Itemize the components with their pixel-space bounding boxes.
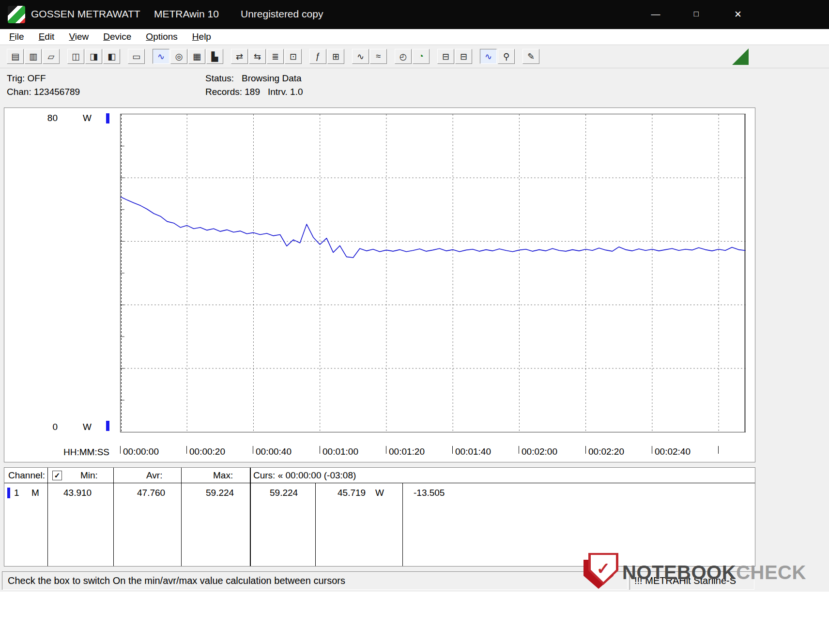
- plot-region[interactable]: [120, 114, 746, 432]
- menu-edit[interactable]: Edit: [31, 29, 62, 45]
- menu-view[interactable]: View: [61, 29, 96, 45]
- print-button[interactable]: ⊟: [437, 49, 454, 64]
- row-cursor2-value: 45.719: [338, 488, 366, 498]
- records-count: Records: 189: [205, 87, 260, 97]
- record-clock-button[interactable]: ◴: [395, 49, 412, 64]
- x-tick-label: 00:02:00: [522, 446, 557, 457]
- zoom-curve-button[interactable]: ∿: [480, 49, 497, 64]
- trigger-status: Trig: OFF: [7, 73, 46, 84]
- notebookcheck-watermark: ✓ NOTEBOOKCHECK: [583, 547, 758, 592]
- menu-device[interactable]: Device: [96, 29, 138, 45]
- x-tick-label: 00:02:20: [588, 446, 624, 457]
- numeric-display-button[interactable]: ▭: [128, 49, 145, 64]
- y-axis-max-label: 80: [38, 113, 58, 123]
- green-corner-triangle-icon: [732, 48, 749, 65]
- status-value: Browsing Data: [242, 73, 302, 84]
- statusbar-hint-panel: Check the box to switch On the min/avr/m…: [2, 571, 628, 590]
- channel-cursor-marker-bottom[interactable]: [106, 421, 109, 431]
- x-tick-mark: [452, 446, 453, 454]
- export-device-icon: ◨: [90, 51, 98, 62]
- table-view-button[interactable]: ▦: [188, 49, 205, 64]
- device-receive-button[interactable]: ⇆: [249, 49, 266, 64]
- x-tick-mark: [253, 446, 253, 454]
- title-license-note: Unregistered copy: [241, 8, 323, 20]
- export-report-icon: ◫: [72, 51, 80, 62]
- y-axis-unit-bottom: W: [83, 422, 92, 432]
- function-button[interactable]: ƒ: [309, 49, 326, 64]
- status-label: Status:: [205, 73, 234, 84]
- app-logo-icon: [8, 6, 25, 23]
- curve-view-icon: ∿: [157, 51, 165, 62]
- header-avr: Avr:: [146, 470, 162, 481]
- export-report-button[interactable]: ◫: [67, 49, 84, 64]
- minimize-button[interactable]: —: [646, 6, 665, 22]
- save-all-icon: ▥: [29, 51, 37, 62]
- toolbar: ▤▥▱◫◨◧▭∿◎▦▙⇄⇆≣⊡ƒ⊞∿≈◴◔⊟⊟∿⚲✎: [0, 45, 829, 68]
- menu-help[interactable]: Help: [185, 29, 218, 45]
- x-tick-label: 00:01:40: [455, 446, 491, 457]
- bar-graph-view-button[interactable]: ▙: [206, 49, 223, 64]
- scope-view-button[interactable]: ◎: [170, 49, 187, 64]
- menu-options[interactable]: Options: [138, 29, 184, 45]
- toolbar-separator: [388, 49, 395, 64]
- device-send-button[interactable]: ⇄: [231, 49, 248, 64]
- curve-view-button[interactable]: ∿: [153, 49, 169, 64]
- column-divider: [47, 468, 48, 566]
- close-icon: ✕: [734, 9, 742, 20]
- export-block-button[interactable]: ◧: [103, 49, 120, 64]
- save-file-button[interactable]: ▤: [7, 49, 24, 64]
- x-tick-mark: [519, 446, 519, 454]
- x-tick-mark: [585, 446, 586, 454]
- x-tick-label: 00:00:40: [256, 446, 292, 457]
- device-receive-icon: ⇆: [254, 51, 261, 62]
- timer-start-button[interactable]: ◔: [413, 49, 430, 64]
- menu-file[interactable]: File: [2, 29, 31, 45]
- export-device-button[interactable]: ◨: [85, 49, 102, 64]
- column-divider: [113, 468, 114, 566]
- toolbar-separator: [121, 49, 128, 64]
- row-cursor1-value: 59.224: [270, 488, 298, 498]
- open-file-icon: ▱: [48, 51, 55, 62]
- zoom-lens-button[interactable]: ⚲: [498, 49, 515, 64]
- checkmark-icon: ✓: [54, 471, 61, 480]
- waveform-b-button[interactable]: ≈: [370, 49, 387, 64]
- memory-read-button[interactable]: ≣: [267, 49, 284, 64]
- zoom-lens-icon: ⚲: [503, 51, 509, 62]
- save-all-button[interactable]: ▥: [25, 49, 42, 64]
- row-cursor2-unit: W: [375, 488, 384, 498]
- header-max: Max:: [213, 470, 233, 481]
- statusbar-hint-text: Check the box to switch On the min/avr/m…: [8, 575, 345, 586]
- waveform-a-button[interactable]: ∿: [352, 49, 369, 64]
- x-tick-label: 00:00:20: [189, 446, 225, 457]
- channel-cursor-marker-top[interactable]: [106, 113, 109, 123]
- minimize-icon: —: [651, 9, 660, 19]
- online-monitor-icon: ⊡: [290, 51, 297, 62]
- waveform-a-icon: ∿: [357, 51, 364, 62]
- row-channel-number: 1: [14, 488, 19, 498]
- minmax-checkbox[interactable]: ✓: [52, 471, 62, 480]
- bar-graph-view-icon: ▙: [212, 51, 218, 62]
- power-trace-line: [121, 197, 745, 258]
- row-avr-value: 47.760: [137, 488, 165, 498]
- title-brand: GOSSEN METRAWATT: [31, 8, 140, 20]
- row-delta-value: -13.505: [414, 488, 445, 498]
- x-tick-label: 00:02:40: [655, 446, 691, 457]
- open-file-button[interactable]: ▱: [43, 49, 60, 64]
- chart-area: 80 W 0 W HH:MM:SS 00:00:0000:00:2000:00:…: [4, 107, 755, 462]
- scope-view-icon: ◎: [175, 51, 183, 62]
- annotation-icon: ✎: [527, 51, 535, 62]
- calc-display-button[interactable]: ⊞: [327, 49, 344, 64]
- x-tick-mark: [320, 446, 320, 454]
- table-view-icon: ▦: [193, 51, 201, 62]
- toolbar-separator: [473, 49, 480, 64]
- close-button[interactable]: ✕: [728, 6, 748, 22]
- memory-read-icon: ≣: [272, 51, 279, 62]
- online-monitor-button[interactable]: ⊡: [285, 49, 302, 64]
- export-block-icon: ◧: [107, 51, 116, 62]
- annotation-button[interactable]: ✎: [522, 49, 539, 64]
- maximize-button[interactable]: □: [687, 6, 706, 22]
- chart-plot-svg: [121, 114, 745, 432]
- toolbar-separator: [146, 49, 153, 64]
- print-setup-button[interactable]: ⊟: [455, 49, 472, 64]
- table-header-divider: [4, 483, 755, 483]
